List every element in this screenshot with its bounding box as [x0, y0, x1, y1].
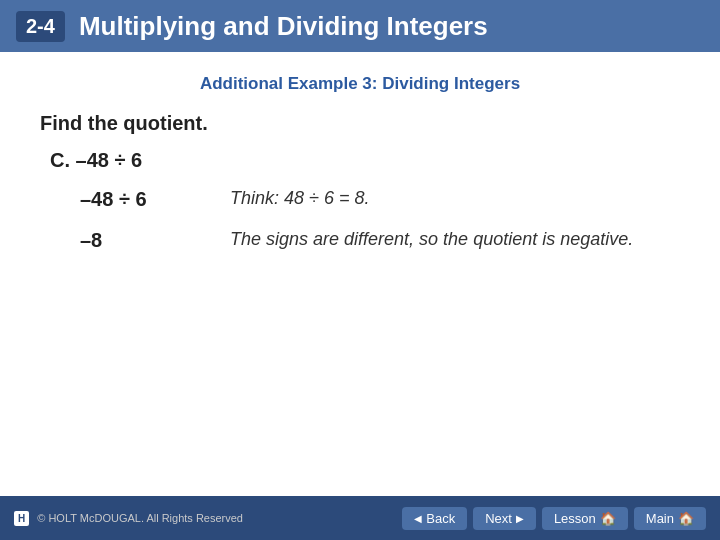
lesson-label: Lesson: [554, 511, 596, 526]
footer: H © HOLT McDOUGAL. All Rights Reserved ◀…: [0, 496, 720, 540]
holt-logo: H: [14, 511, 29, 526]
header-title: Multiplying and Dividing Integers: [79, 11, 488, 42]
footer-copyright: H © HOLT McDOUGAL. All Rights Reserved: [14, 511, 243, 526]
back-button[interactable]: ◀ Back: [402, 507, 467, 530]
lesson-icon: 🏠: [600, 511, 616, 526]
main-button[interactable]: Main 🏠: [634, 507, 706, 530]
step-2-explanation: The signs are different, so the quotient…: [230, 229, 690, 250]
holt-logo-box: H: [14, 511, 29, 526]
problem-label: C. –48 ÷ 6: [50, 149, 680, 172]
footer-nav: ◀ Back Next ▶ Lesson 🏠 Main 🏠: [402, 507, 706, 530]
step-row-2: –8 The signs are different, so the quoti…: [50, 229, 690, 252]
lesson-badge: 2-4: [16, 11, 65, 42]
main-icon: 🏠: [678, 511, 694, 526]
lesson-button[interactable]: Lesson 🏠: [542, 507, 628, 530]
steps-table: –48 ÷ 6 Think: 48 ÷ 6 = 8. –8 The signs …: [50, 188, 690, 252]
step-1-explanation: Think: 48 ÷ 6 = 8.: [230, 188, 690, 209]
main-label: Main: [646, 511, 674, 526]
example-subtitle: Additional Example 3: Dividing Integers: [40, 74, 680, 94]
back-label: Back: [426, 511, 455, 526]
back-arrow-icon: ◀: [414, 513, 422, 524]
next-label: Next: [485, 511, 512, 526]
step-1-expression: –48 ÷ 6: [50, 188, 230, 211]
find-quotient-label: Find the quotient.: [40, 112, 680, 135]
step-2-expression: –8: [50, 229, 230, 252]
next-button[interactable]: Next ▶: [473, 507, 536, 530]
copyright-text: © HOLT McDOUGAL. All Rights Reserved: [37, 512, 243, 524]
step-row-1: –48 ÷ 6 Think: 48 ÷ 6 = 8.: [50, 188, 690, 211]
header-bar: 2-4 Multiplying and Dividing Integers: [0, 0, 720, 52]
next-arrow-icon: ▶: [516, 513, 524, 524]
main-content: Additional Example 3: Dividing Integers …: [0, 52, 720, 330]
